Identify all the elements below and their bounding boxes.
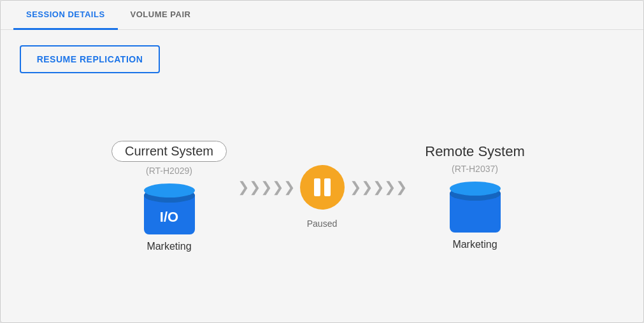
current-cylinder-icon: I/O: [144, 183, 195, 234]
remote-system-node: Remote System (RT-H2037) Marketing: [411, 143, 539, 250]
remote-cylinder-top-ellipse: [450, 182, 501, 196]
cylinder-top-ellipse: [144, 183, 195, 197]
current-system-label: Current System: [111, 141, 227, 162]
io-label: I/O: [160, 209, 178, 226]
current-system-id: (RT-H2029): [146, 166, 192, 176]
resume-replication-button[interactable]: RESUME REPLICATION: [20, 45, 160, 73]
pause-bar-right: [324, 178, 331, 196]
current-volume-name: Marketing: [147, 241, 191, 252]
arrow-row: ❯❯❯ ❯❯ ❯❯ ❯❯❯: [238, 165, 407, 210]
content-area: RESUME REPLICATION Current System (RT-H2…: [1, 30, 643, 322]
paused-status-label: Paused: [307, 219, 337, 229]
arrow-chevron-4: ❯❯❯: [373, 180, 407, 194]
pause-status-circle: [300, 165, 345, 210]
tab-session-details[interactable]: SESSION DETAILS: [13, 1, 118, 30]
remote-system-label: Remote System: [425, 143, 525, 160]
tabs-bar: SESSION DETAILS VOLUME PAIR: [1, 1, 643, 30]
pause-bar-left: [314, 178, 320, 196]
remote-cylinder-icon: [450, 182, 501, 233]
current-system-node: Current System (RT-H2029) I/O Marketing: [106, 141, 233, 252]
pause-icon: [314, 178, 331, 196]
remote-cylinder-wrapper: Marketing: [450, 182, 501, 250]
arrow-chevron-2: ❯❯: [272, 180, 295, 194]
main-container: SESSION DETAILS VOLUME PAIR RESUME REPLI…: [0, 0, 644, 323]
remote-volume-name: Marketing: [452, 239, 497, 250]
tab-volume-pair[interactable]: VOLUME PAIR: [118, 1, 204, 30]
arrow-chevron-1: ❯❯❯: [238, 180, 272, 194]
current-cylinder-wrapper: I/O Marketing: [144, 183, 195, 252]
remote-system-id: (RT-H2037): [452, 164, 498, 174]
arrow-chevron-3: ❯❯: [350, 180, 373, 194]
flow-arrows-area: ❯❯❯ ❯❯ ❯❯ ❯❯❯ Paused: [233, 165, 411, 229]
replication-diagram: Current System (RT-H2029) I/O Marketing: [20, 86, 624, 307]
